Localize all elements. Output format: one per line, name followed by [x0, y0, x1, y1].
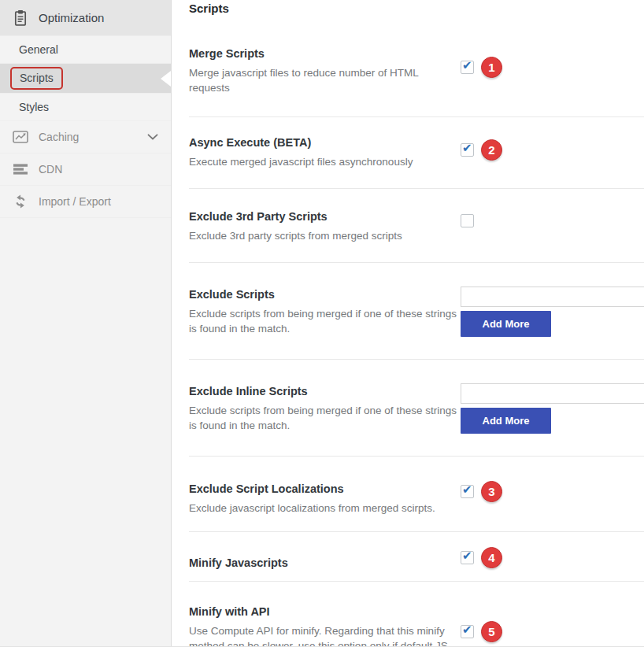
sidebar-item-general[interactable]: General — [0, 36, 171, 64]
sidebar-item-scripts[interactable]: Scripts — [0, 64, 171, 94]
sidebar-item-cdn[interactable]: CDN — [0, 153, 171, 186]
setting-title: Exclude Inline Scripts — [189, 383, 461, 399]
merge-scripts-checkbox[interactable] — [461, 61, 474, 74]
sidebar-item-label: General — [19, 43, 58, 56]
list-bars-icon — [13, 162, 28, 176]
sidebar-item-label: Styles — [19, 101, 49, 113]
sidebar-item-styles[interactable]: Styles — [0, 94, 171, 121]
add-more-button[interactable]: Add More — [461, 408, 551, 434]
setting-title: Minify with API — [189, 604, 461, 619]
setting-description: Exclude 3rd party scripts from merged sc… — [189, 228, 461, 243]
setting-row-exclude-inline-scripts: Exclude Inline Scripts Exclude scripts f… — [189, 360, 644, 457]
sidebar-item-import-export[interactable]: Import / Export — [0, 186, 171, 218]
exclude-inline-scripts-input[interactable] — [461, 383, 644, 404]
optimization-settings-window: Optimization General Scripts Styles — [0, 0, 644, 647]
setting-title: Exclude Script Localizations — [189, 481, 461, 497]
setting-row-minify-with-api: Minify with API Use Compute API for mini… — [189, 582, 644, 647]
sidebar-menu: General Scripts Styles Caching — [0, 36, 171, 218]
setting-row-exclude-3rd-party: Exclude 3rd Party Scripts Exclude 3rd pa… — [189, 189, 644, 263]
setting-title: Exclude Scripts — [189, 287, 461, 302]
setting-row-exclude-script-localizations: Exclude Script Localizations Exclude jav… — [189, 457, 644, 532]
exclude-scripts-input[interactable] — [461, 287, 644, 307]
sidebar-item-label: CDN — [39, 163, 62, 176]
setting-title: Async Execute (BETA) — [189, 135, 461, 150]
minify-javascripts-checkbox[interactable] — [461, 551, 474, 564]
setting-description: Exclude scripts from being merged if one… — [189, 306, 461, 336]
settings-panel: Scripts Merge Scripts Merge javascript f… — [172, 0, 644, 646]
annotation-badge-2: 2 — [481, 139, 502, 161]
setting-title: Merge Scripts — [189, 46, 461, 61]
annotation-badge-4: 4 — [481, 547, 502, 568]
setting-description: Exclude javascript localizations from me… — [189, 501, 461, 516]
sidebar-header-label: Optimization — [39, 11, 104, 24]
sync-icon — [13, 194, 28, 209]
add-more-button[interactable]: Add More — [461, 311, 551, 337]
setting-description: Use Compute API for minify. Regarding th… — [189, 623, 461, 647]
sidebar-item-caching[interactable]: Caching — [0, 121, 171, 153]
clipboard-icon — [13, 9, 28, 27]
async-execute-checkbox[interactable] — [461, 143, 474, 157]
annotation-badge-3: 3 — [481, 481, 502, 502]
sidebar: Optimization General Scripts Styles — [0, 0, 172, 646]
annotation-badge-5: 5 — [481, 621, 502, 642]
setting-row-merge-scripts: Merge Scripts Merge javascript files to … — [189, 17, 644, 117]
setting-description: Execute merged javascript files asynchro… — [189, 154, 461, 169]
setting-title: Minify Javascripts — [189, 555, 461, 571]
sidebar-item-label: Import / Export — [39, 195, 111, 208]
setting-row-minify-javascripts: Minify Javascripts 4 — [189, 532, 644, 582]
setting-description: Merge javascript files to reduce number … — [189, 65, 461, 95]
setting-row-async-execute: Async Execute (BETA) Execute merged java… — [189, 117, 644, 189]
setting-row-exclude-scripts: Exclude Scripts Exclude scripts from bei… — [189, 263, 644, 360]
annotation-badge-1: 1 — [481, 57, 502, 78]
chart-icon — [13, 130, 28, 144]
annotation-highlight-box: Scripts — [10, 67, 63, 90]
exclude-3rd-party-checkbox[interactable] — [461, 214, 474, 227]
setting-description: Exclude scripts from being merged if one… — [189, 403, 461, 433]
sidebar-item-label: Scripts — [20, 72, 54, 84]
setting-title: Exclude 3rd Party Scripts — [189, 209, 461, 224]
sidebar-item-label: Caching — [39, 131, 79, 143]
exclude-script-localizations-checkbox[interactable] — [461, 485, 474, 498]
chevron-down-icon — [147, 134, 158, 140]
sidebar-header-optimization[interactable]: Optimization — [0, 0, 171, 36]
page-title: Scripts — [189, 0, 644, 17]
minify-with-api-checkbox[interactable] — [461, 625, 474, 638]
